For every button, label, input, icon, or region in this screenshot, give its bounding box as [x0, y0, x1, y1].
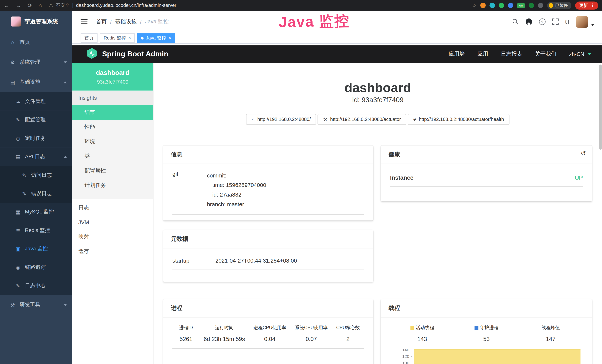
- sba-nav-about[interactable]: 关于我们: [535, 51, 556, 57]
- actuator-url-button[interactable]: ⚒ http://192.168.0.2:48080/actuator: [318, 114, 406, 125]
- sba-item-mappings[interactable]: 映射: [72, 230, 153, 244]
- sidebar-item-config-management[interactable]: ✎ 配置管理: [0, 110, 72, 129]
- threads-chart: 140 120 100: [390, 347, 583, 364]
- extension-on-badge[interactable]: on: [517, 3, 525, 8]
- sba-item-environment[interactable]: 环境: [72, 134, 153, 149]
- sidebar-item-infrastructure[interactable]: ▤ 基础设施: [0, 72, 72, 92]
- sidebar-item-api-logs[interactable]: ▤ API 日志: [0, 147, 72, 166]
- paused-label: 已暂停: [555, 2, 568, 8]
- reload-icon[interactable]: ⟳: [28, 2, 32, 8]
- heart-icon: ♥: [413, 117, 416, 122]
- language-selector[interactable]: zh-CN: [569, 51, 591, 57]
- sba-nav-applications[interactable]: 应用: [477, 51, 488, 57]
- sidebar-item-mysql-monitor[interactable]: ▦ MySQL 监控: [0, 203, 72, 221]
- fullscreen-icon[interactable]: [552, 18, 559, 25]
- process-col-header: CPU核心数: [332, 324, 364, 331]
- help-icon[interactable]: ?: [539, 18, 546, 25]
- extension-icon-puzzle[interactable]: [538, 3, 543, 8]
- sidebar-item-dev-tools[interactable]: ⚒ 研发工具: [0, 295, 72, 315]
- sba-item-metrics[interactable]: 性能: [72, 120, 153, 134]
- legend-peak-threads: 线程峰值: [519, 324, 583, 331]
- user-avatar[interactable]: [576, 16, 588, 27]
- breadcrumb-home[interactable]: 首页: [96, 18, 107, 25]
- insecure-warning-icon[interactable]: ⚠: [49, 3, 53, 8]
- language-label: zh-CN: [569, 51, 584, 57]
- service-url-button[interactable]: ⌂ http://192.168.0.2:48080/: [246, 114, 316, 125]
- update-button[interactable]: 更新 ⋮: [575, 1, 598, 9]
- sidebar-item-label: 研发工具: [20, 301, 40, 308]
- security-label[interactable]: 不安全: [56, 2, 70, 9]
- text-size-icon[interactable]: tT: [565, 18, 570, 25]
- extension-icon-leaf[interactable]: [528, 3, 534, 8]
- live-threads-area-series: [414, 349, 580, 364]
- spring-boot-admin-logo-icon[interactable]: [86, 48, 97, 61]
- sba-item-jvm[interactable]: JVM: [72, 215, 153, 230]
- tab-java-monitor[interactable]: Java 监控 ×: [137, 33, 175, 43]
- app-logo-row[interactable]: 芋道管理系统: [0, 11, 72, 32]
- process-col-header: 系统CPU使用率: [290, 324, 332, 331]
- instance-id: 93a3fc7f7409: [72, 79, 153, 85]
- extension-icon-blue-grid[interactable]: [508, 3, 513, 8]
- address-bar[interactable]: ⚠ 不安全 | dashboard.yudao.iocoder.cn/infra…: [49, 2, 472, 9]
- sba-nav-journal[interactable]: 日志报表: [501, 51, 522, 57]
- github-icon[interactable]: [525, 18, 532, 25]
- forward-icon[interactable]: →: [16, 2, 21, 8]
- process-value: 0.07: [290, 336, 332, 342]
- search-icon[interactable]: [512, 18, 519, 25]
- hamburger-icon[interactable]: [81, 19, 87, 24]
- tab-label: Java 监控: [146, 35, 166, 41]
- instance-header[interactable]: dashboard 93a3fc7f7409: [72, 63, 153, 91]
- sidebar-item-system-management[interactable]: ⚙ 系统管理: [0, 52, 72, 72]
- extension-icon-teal[interactable]: [489, 3, 495, 8]
- sidebar-item-java-monitor[interactable]: ▣ Java 监控: [0, 240, 72, 258]
- sidebar-item-log-center[interactable]: ✎ 日志中心: [0, 277, 72, 295]
- sidebar-item-home[interactable]: ⌂ 首页: [0, 32, 72, 52]
- paused-badge[interactable]: 已暂停: [547, 2, 571, 9]
- tab-redis-monitor[interactable]: Redis 监控 ×: [100, 33, 135, 43]
- sba-item-details[interactable]: 细节: [72, 105, 153, 120]
- browser-menu-icon[interactable]: ⋮: [591, 3, 595, 8]
- blue-square-icon: [474, 326, 478, 330]
- sidebar-item-redis-monitor[interactable]: ≣ Redis 监控: [0, 221, 72, 240]
- health-card: 健康 ↺ Instance UP: [381, 146, 592, 201]
- back-icon[interactable]: ←: [4, 2, 9, 8]
- sba-item-logs[interactable]: 日志: [72, 201, 153, 215]
- history-icon[interactable]: ↺: [581, 150, 586, 157]
- sba-item-scheduled-tasks[interactable]: 计划任务: [72, 178, 153, 193]
- legend-live-threads: 活动线程: [390, 324, 454, 331]
- sba-root-items: 日志 JVM 映射 缓存: [72, 201, 153, 259]
- close-icon[interactable]: ×: [168, 36, 171, 40]
- close-icon[interactable]: ×: [128, 36, 131, 40]
- sidebar-item-access-logs[interactable]: ✎ 访问日志: [0, 166, 72, 184]
- sba-item-classes[interactable]: 类: [72, 149, 153, 163]
- sidebar-item-tracing[interactable]: ◉ 链路追踪: [0, 258, 72, 277]
- health-instance-label: Instance: [390, 174, 413, 181]
- metadata-row: startup 2021-04-27T00:44:31.254+08:00: [172, 255, 364, 270]
- infrastructure-icon: ▤: [9, 79, 16, 85]
- threads-card-body: 活动线程 守护进程 线程峰值 143: [381, 318, 592, 364]
- health-card-title: 健康: [389, 151, 400, 157]
- tab-home[interactable]: 首页: [81, 33, 97, 43]
- sidebar-item-file-management[interactable]: ☁ 文件管理: [0, 92, 72, 110]
- bookmark-star-icon[interactable]: ☆: [472, 2, 476, 8]
- breadcrumb-separator: /: [140, 19, 142, 25]
- sidebar-item-error-logs[interactable]: ✎ 错误日志: [0, 184, 72, 203]
- tab-gap: [72, 44, 602, 45]
- extension-icon-green[interactable]: [499, 3, 504, 8]
- breadcrumb-infrastructure[interactable]: 基础设施: [115, 18, 137, 25]
- home-icon[interactable]: ⌂: [39, 2, 42, 8]
- page-scrollbar[interactable]: [599, 64, 602, 150]
- sba-nav-wallboard[interactable]: 应用墙: [449, 51, 465, 57]
- extension-icon-orange[interactable]: [480, 3, 486, 8]
- url-text[interactable]: dashboard.yudao.iocoder.cn/infra/admin-s…: [76, 3, 176, 8]
- health-url-button[interactable]: ♥ http://192.168.0.2:48080/actuator/heal…: [408, 114, 509, 125]
- info-key: git: [172, 171, 207, 209]
- insights-section-label: Insights: [72, 91, 153, 105]
- process-value: 5261: [172, 336, 200, 342]
- sba-brand-title[interactable]: Spring Boot Admin: [102, 50, 168, 58]
- sidebar-item-scheduled-tasks[interactable]: ◷ 定时任务: [0, 129, 72, 147]
- edit-icon: ✎: [21, 191, 28, 196]
- sba-item-caches[interactable]: 缓存: [72, 244, 153, 259]
- avatar-caret-icon[interactable]: [591, 24, 594, 26]
- sba-item-config-props[interactable]: 配置属性: [72, 163, 153, 178]
